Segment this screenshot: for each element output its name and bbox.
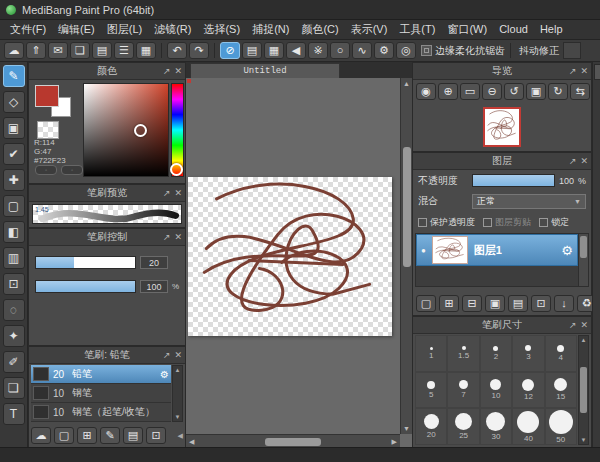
scroll-right-icon[interactable]: ▶ [392, 438, 397, 446]
move-tool[interactable]: ✚ [3, 169, 25, 191]
radial-snap-icon[interactable]: ⚙ [374, 42, 394, 59]
menu-item[interactable]: 捕捉(N) [246, 20, 295, 39]
duplicate-layer-icon[interactable]: ⊡ [531, 295, 551, 312]
cloud-icon[interactable]: ☁ [4, 42, 24, 59]
brush-size-cell[interactable]: 12 [512, 372, 544, 409]
brush-size-cell[interactable]: 15 [545, 372, 577, 409]
grid-icon[interactable]: ▦ [136, 42, 156, 59]
hue-slider-cursor[interactable] [170, 163, 183, 176]
menu-item[interactable]: 文件(F) [4, 20, 52, 39]
brush-size-cell[interactable]: 7 [447, 372, 479, 409]
canvas-tab[interactable]: Untitled [190, 63, 340, 78]
menu-item[interactable]: 窗口(W) [441, 20, 493, 39]
collapsed-panel-tab[interactable] [594, 64, 600, 80]
scroll-left-icon[interactable]: ◀ [178, 432, 183, 440]
scroll-down-icon[interactable]: ▼ [175, 414, 181, 420]
select-eraser-tool[interactable]: ❏ [3, 377, 25, 399]
menu-item[interactable]: 选择(S) [197, 20, 246, 39]
brush-add-menu-icon[interactable]: ⊞ [77, 427, 97, 444]
edge-antialias-checkbox[interactable]: 边缘柔化抗锯齿 [421, 44, 505, 58]
canvas-document[interactable] [188, 177, 392, 336]
layer-settings-gear-icon[interactable]: ⚙ [561, 243, 573, 258]
canvas-horizontal-scrollbar[interactable]: ◀ ▶ [186, 434, 400, 448]
brush-size-cell[interactable]: 25 [447, 408, 479, 445]
cross-snap-icon[interactable]: ※ [308, 42, 328, 59]
scroll-down-icon[interactable]: ▼ [581, 437, 587, 443]
lasso-tool[interactable]: ◌ [3, 299, 25, 321]
brush-size-cell[interactable]: 4 [545, 335, 577, 372]
scroll-down-icon[interactable]: ▼ [403, 425, 410, 432]
list-icon[interactable]: ☰ [114, 42, 134, 59]
canvas-viewport[interactable] [186, 78, 400, 434]
ellipse-snap-icon[interactable]: ○ [330, 42, 350, 59]
brush-size-cell[interactable]: 3 [512, 335, 544, 372]
text-tool[interactable]: T [3, 403, 25, 425]
brush-size-cell[interactable]: 50 [545, 408, 577, 445]
close-icon[interactable]: ✕ [174, 232, 182, 242]
navigator-thumbnail[interactable] [483, 107, 521, 147]
brush-size-value[interactable]: 20 [140, 256, 168, 269]
color-mode-button[interactable]: ◦ [35, 165, 57, 175]
stabilizer-dropdown[interactable] [563, 42, 581, 59]
layer-option-checkbox[interactable]: 保护透明度 [418, 216, 475, 229]
brush-duplicate-icon[interactable]: ⊡ [146, 427, 166, 444]
saturation-value-picker[interactable] [83, 83, 169, 177]
popout-icon[interactable]: ↗ [163, 232, 171, 242]
menu-item[interactable]: 颜色(C) [295, 20, 344, 39]
new-1bit-layer-icon[interactable]: ⊟ [462, 295, 482, 312]
color-panel-header[interactable]: 颜色 ↗ ✕ [29, 63, 185, 80]
brush-size-cell[interactable]: 5 [415, 372, 447, 409]
dot-tool[interactable]: ✔ [3, 143, 25, 165]
message-icon[interactable]: ✉ [48, 42, 68, 59]
layer-option-checkbox[interactable]: 图层剪贴 [483, 216, 531, 229]
foreground-color-swatch[interactable] [35, 85, 59, 107]
magic-wand-tool[interactable]: ✦ [3, 325, 25, 347]
transparent-color-swatch[interactable] [37, 121, 59, 139]
layer-list-scrollbar[interactable] [578, 234, 588, 286]
scroll-up-icon[interactable]: ▲ [403, 80, 410, 87]
layer-opacity-slider[interactable] [472, 174, 555, 187]
menu-item[interactable]: 工具(T) [393, 20, 441, 39]
popout-icon[interactable]: ↗ [163, 350, 171, 360]
grid-snap-icon[interactable]: ▦ [264, 42, 284, 59]
gradient-tool[interactable]: ▥ [3, 247, 25, 269]
zoom-reset-icon[interactable]: ◉ [416, 83, 436, 100]
popout-icon[interactable]: ↗ [569, 156, 577, 166]
layer-folder-icon[interactable]: ▤ [508, 295, 528, 312]
layer-option-checkbox[interactable]: 锁定 [539, 216, 569, 229]
undo-icon[interactable]: ↶ [167, 42, 187, 59]
color-picker-cursor[interactable] [134, 124, 147, 137]
rotate-right-icon[interactable]: ↻ [548, 83, 568, 100]
brush-size-cell[interactable]: 1 [415, 335, 447, 372]
merge-layer-icon[interactable]: ↓ [554, 295, 574, 312]
popout-icon[interactable]: ↗ [569, 320, 577, 330]
menu-item[interactable]: 图层(L) [101, 20, 148, 39]
popout-icon[interactable]: ↗ [163, 188, 171, 198]
size-scroll-thumb[interactable] [580, 367, 587, 413]
menu-item[interactable]: Help [534, 20, 569, 39]
brush-list-scrollbar[interactable]: ▲ ▼ [172, 365, 183, 422]
brush-cloud-upload-icon[interactable]: ☁ [31, 427, 51, 444]
close-icon[interactable]: ✕ [580, 66, 588, 76]
scroll-up-icon[interactable]: ▲ [581, 337, 587, 343]
concentric-snap-icon[interactable]: ◎ [396, 42, 416, 59]
brush-opacity-value[interactable]: 100 [140, 280, 168, 293]
close-icon[interactable]: ✕ [174, 66, 182, 76]
scroll-up-icon[interactable]: ▲ [175, 367, 181, 373]
rotate-left-icon[interactable]: ↺ [504, 83, 524, 100]
vertical-scroll-thumb[interactable] [403, 147, 411, 267]
menu-item[interactable]: 编辑(E) [52, 20, 101, 39]
new-8bit-layer-icon[interactable]: ⊞ [439, 295, 459, 312]
brush-size-cell[interactable]: 2 [480, 335, 512, 372]
brush-size-cell[interactable]: 30 [480, 408, 512, 445]
flip-horizontal-icon[interactable]: ⇆ [570, 83, 590, 100]
menu-item[interactable]: 滤镜(R) [148, 20, 197, 39]
bucket-tool[interactable]: ◧ [3, 221, 25, 243]
eraser-tool[interactable]: ◇ [3, 91, 25, 113]
comment-icon[interactable]: ❏ [70, 42, 90, 59]
brush-edit-icon[interactable]: ✎ [100, 427, 120, 444]
close-icon[interactable]: ✕ [174, 350, 182, 360]
close-icon[interactable]: ✕ [174, 188, 182, 198]
brush-control-header[interactable]: 笔刷控制 ↗ ✕ [29, 229, 185, 246]
menu-item[interactable]: 表示(V) [345, 20, 394, 39]
